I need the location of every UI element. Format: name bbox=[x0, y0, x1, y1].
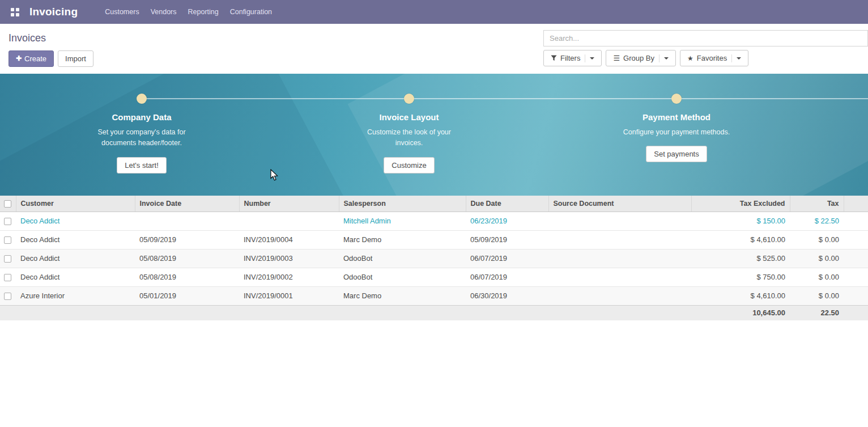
totals-empty-cell bbox=[0, 305, 16, 320]
filters-button[interactable]: Filters bbox=[543, 50, 602, 66]
col-header-tax-excluded[interactable]: Tax Excluded bbox=[691, 196, 790, 212]
row-checkbox-cell bbox=[0, 212, 16, 230]
group-by-icon: ☰ bbox=[613, 54, 620, 62]
cell-customer: Deco Addict bbox=[16, 230, 135, 249]
cell-customer: Deco Addict bbox=[16, 268, 135, 286]
plus-icon: ✚ bbox=[16, 54, 22, 64]
import-button-label: Import bbox=[65, 54, 86, 64]
apps-grid-icon[interactable] bbox=[7, 4, 23, 20]
row-checkbox[interactable] bbox=[4, 293, 11, 300]
cell-invoice-date bbox=[135, 212, 239, 230]
group-by-button[interactable]: ☰ Group By bbox=[606, 50, 676, 66]
col-header-customer[interactable]: Customer bbox=[16, 196, 135, 212]
cell-spacer bbox=[844, 268, 868, 286]
cell-number: INV/2019/0001 bbox=[239, 286, 339, 305]
cell-tax: $ 0.00 bbox=[790, 268, 844, 286]
select-all-checkbox[interactable] bbox=[4, 200, 11, 208]
control-panel: Invoices ✚ Create Import Filters ☰ bbox=[0, 24, 868, 74]
onboarding-step-invoice-layout: Invoice Layout Customize the look of you… bbox=[275, 74, 543, 174]
cell-tax-excluded: $ 525.00 bbox=[691, 249, 790, 268]
favorites-label: Favorites bbox=[697, 53, 727, 63]
totals-empty-cell bbox=[548, 305, 691, 320]
step-dot-icon bbox=[137, 94, 147, 104]
step-description: Configure your payment methods. bbox=[623, 127, 730, 138]
cell-tax: $ 0.00 bbox=[790, 230, 844, 249]
col-header-salesperson[interactable]: Salesperson bbox=[339, 196, 466, 212]
top-navbar: Invoicing Customers Vendors Reporting Co… bbox=[0, 0, 868, 24]
cell-due-date: 06/23/2019 bbox=[466, 212, 548, 230]
step-title: Invoice Layout bbox=[379, 112, 439, 122]
row-checkbox-cell bbox=[0, 249, 16, 268]
onboarding-step-company-data: Company Data Set your company's data for… bbox=[8, 74, 275, 174]
cell-tax: $ 0.00 bbox=[790, 286, 844, 305]
row-checkbox[interactable] bbox=[4, 218, 11, 225]
totals-empty-cell bbox=[844, 305, 868, 320]
step-title: Company Data bbox=[112, 112, 171, 122]
filter-funnel-icon bbox=[551, 55, 557, 61]
step-description: Set your company's data for documents he… bbox=[85, 127, 198, 149]
col-header-tax[interactable]: Tax bbox=[790, 196, 844, 212]
cell-number: INV/2019/0003 bbox=[239, 249, 339, 268]
col-header-number[interactable]: Number bbox=[239, 196, 339, 212]
cell-tax-excluded: $ 4,610.00 bbox=[691, 286, 790, 305]
cell-source-document bbox=[548, 212, 691, 230]
apps-grid-glyph bbox=[11, 8, 19, 16]
cell-number bbox=[239, 212, 339, 230]
filters-label: Filters bbox=[560, 53, 580, 63]
star-icon: ★ bbox=[687, 55, 693, 62]
cell-tax-excluded: $ 4,610.00 bbox=[691, 230, 790, 249]
totals-empty-cell bbox=[339, 305, 466, 320]
cell-tax: $ 0.00 bbox=[790, 249, 844, 268]
invoice-row[interactable]: Deco Addict 05/09/2019 INV/2019/0004 Mar… bbox=[0, 230, 868, 249]
control-panel-left: Invoices ✚ Create Import bbox=[8, 30, 93, 67]
totals-empty-cell bbox=[466, 305, 548, 320]
cell-spacer bbox=[844, 230, 868, 249]
menu-configuration[interactable]: Configuration bbox=[224, 0, 278, 24]
row-checkbox[interactable] bbox=[4, 274, 11, 281]
cell-invoice-date: 05/08/2019 bbox=[135, 268, 239, 286]
col-header-due-date[interactable]: Due Date bbox=[466, 196, 548, 212]
onboarding-banner: Company Data Set your company's data for… bbox=[0, 74, 868, 196]
row-checkbox[interactable] bbox=[4, 236, 11, 244]
cell-spacer bbox=[844, 286, 868, 305]
cell-spacer bbox=[844, 249, 868, 268]
invoice-row[interactable]: Deco Addict 05/08/2019 INV/2019/0002 Odo… bbox=[0, 268, 868, 286]
navbar-menus: Customers Vendors Reporting Configuratio… bbox=[99, 0, 278, 24]
col-header-invoice-date[interactable]: Invoice Date bbox=[135, 196, 239, 212]
menu-vendors[interactable]: Vendors bbox=[145, 0, 182, 24]
import-button[interactable]: Import bbox=[58, 50, 93, 67]
cell-invoice-date: 05/08/2019 bbox=[135, 249, 239, 268]
cell-number: INV/2019/0004 bbox=[239, 230, 339, 249]
invoice-row[interactable]: Deco Addict 05/08/2019 INV/2019/0003 Odo… bbox=[0, 249, 868, 268]
step-title: Payment Method bbox=[643, 112, 710, 122]
create-button-label: Create bbox=[24, 54, 46, 64]
invoice-row[interactable]: Azure Interior 05/01/2019 INV/2019/0001 … bbox=[0, 286, 868, 305]
cell-salesperson: Marc Demo bbox=[339, 230, 466, 249]
col-header-spacer bbox=[844, 196, 868, 212]
cell-due-date: 05/09/2019 bbox=[466, 230, 548, 249]
cell-due-date: 06/07/2019 bbox=[466, 268, 548, 286]
set-payments-button[interactable]: Set payments bbox=[646, 146, 707, 162]
col-header-source-document[interactable]: Source Document bbox=[548, 196, 691, 212]
row-checkbox[interactable] bbox=[4, 255, 11, 263]
lets-start-button[interactable]: Let's start! bbox=[117, 157, 167, 174]
menu-reporting[interactable]: Reporting bbox=[182, 0, 224, 24]
favorites-button[interactable]: ★ Favorites bbox=[680, 50, 748, 66]
app-title[interactable]: Invoicing bbox=[29, 6, 78, 18]
search-input[interactable] bbox=[543, 30, 868, 46]
cell-salesperson: Marc Demo bbox=[339, 286, 466, 305]
customize-button[interactable]: Customize bbox=[384, 157, 434, 174]
button-divider bbox=[731, 54, 732, 62]
cell-tax: $ 22.50 bbox=[790, 212, 844, 230]
menu-customers[interactable]: Customers bbox=[99, 0, 144, 24]
control-panel-right: Filters ☰ Group By ★ Favorites bbox=[543, 30, 868, 67]
cell-source-document bbox=[548, 268, 691, 286]
cell-invoice-date: 05/01/2019 bbox=[135, 286, 239, 305]
create-button[interactable]: ✚ Create bbox=[8, 50, 54, 67]
invoice-row[interactable]: Deco Addict Mitchell Admin 06/23/2019 $ … bbox=[0, 212, 868, 230]
cell-salesperson: OdooBot bbox=[339, 268, 466, 286]
button-divider bbox=[659, 54, 659, 62]
cell-source-document bbox=[548, 286, 691, 305]
chevron-down-icon bbox=[590, 57, 594, 60]
cell-invoice-date: 05/09/2019 bbox=[135, 230, 239, 249]
